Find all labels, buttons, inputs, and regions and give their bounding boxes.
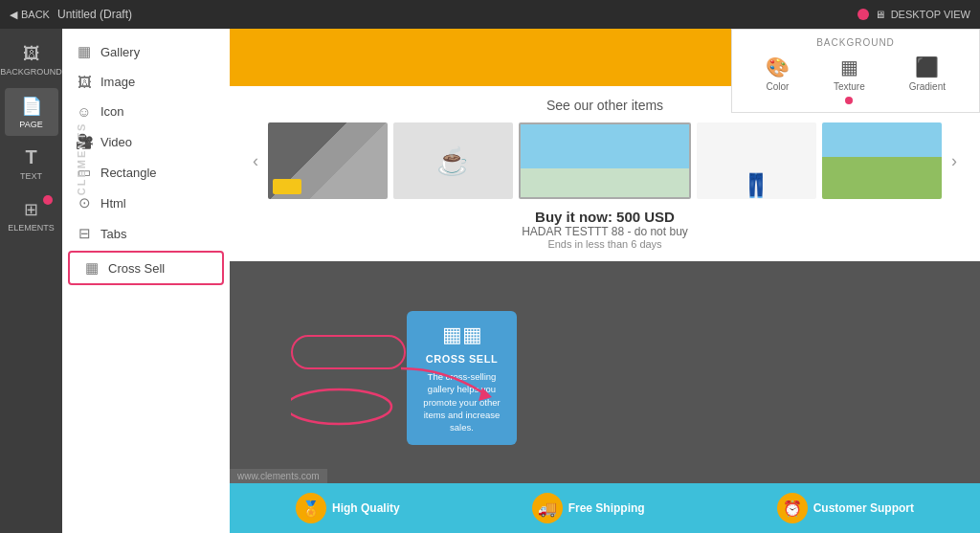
- quality-label: High Quality: [332, 501, 400, 515]
- support-label: Customer Support: [813, 501, 914, 515]
- shipping-icon: 🚚: [532, 493, 563, 523]
- popup-description: The cross-selling gallery helps you prom…: [416, 370, 507, 433]
- sidebar-item-text[interactable]: T TEXT: [5, 140, 58, 188]
- footer-bar: 🏅 High Quality 🚚 Free Shipping ⏰ Custome…: [230, 483, 980, 533]
- clements-watermark: CLEMENTS: [76, 122, 87, 196]
- html-icon: ⊙: [76, 194, 93, 211]
- element-cross-sell[interactable]: ▦ Cross Sell: [68, 251, 224, 285]
- background-icon: 🖼: [23, 44, 40, 64]
- element-video[interactable]: 🎥 Video: [62, 126, 230, 157]
- desktop-view-label: 🖥: [875, 9, 885, 20]
- main-layout: 🖼 BACKGROUND 📄 PAGE T TEXT ⊞ ELEMENTS ▦ …: [0, 29, 980, 533]
- icon-icon: ☺: [76, 103, 93, 120]
- back-label: BACK: [21, 9, 50, 20]
- shipping-label: Free Shipping: [568, 501, 645, 515]
- video-label: Video: [100, 135, 132, 149]
- tabs-icon: ⊟: [76, 225, 93, 242]
- cross-sell-icon: ▦: [83, 259, 100, 277]
- sidebar-item-elements[interactable]: ⊞ ELEMENTS: [5, 191, 58, 239]
- sidebar-item-page[interactable]: 📄 PAGE: [5, 88, 58, 136]
- background-panel: BACKGROUND 🎨 Color ▦ Texture ⬛ Gradient: [731, 29, 980, 113]
- image-icon: 🖼: [76, 74, 93, 90]
- color-label: Color: [767, 81, 790, 92]
- carousel-images: ☕ 👖: [268, 122, 942, 199]
- bg-option-gradient[interactable]: ⬛ Gradient: [909, 56, 946, 104]
- popup-title: CROSS SELL: [416, 353, 507, 365]
- product-thumb-2[interactable]: ☕: [393, 122, 513, 199]
- text-icon: T: [25, 146, 36, 168]
- product-thumb-1[interactable]: [268, 122, 388, 199]
- gallery-label: Gallery: [100, 45, 140, 59]
- support-icon: ⏰: [777, 493, 808, 523]
- desktop-indicator-dot: [858, 9, 869, 20]
- gallery-icon: ▦: [76, 43, 93, 60]
- bg-panel-title: BACKGROUND: [744, 37, 968, 48]
- footer-quality: 🏅 High Quality: [296, 493, 400, 523]
- sidebar-page-label: PAGE: [19, 120, 42, 129]
- element-rectangle[interactable]: ▭ Rectangle: [62, 157, 230, 188]
- bg-option-texture[interactable]: ▦ Texture: [834, 56, 865, 104]
- carousel-next-arrow[interactable]: ›: [947, 149, 961, 173]
- product-price: Buy it now: 500 USD: [249, 209, 961, 225]
- back-button[interactable]: ◀ BACK: [10, 9, 50, 21]
- main-area: BACKGROUND 🎨 Color ▦ Texture ⬛ Gradient: [230, 29, 980, 533]
- element-image[interactable]: 🖼 Image: [62, 67, 230, 97]
- element-gallery[interactable]: ▦ Gallery: [62, 36, 230, 67]
- footer-support: ⏰ Customer Support: [777, 493, 914, 523]
- sidebar-elements-label: ELEMENTS: [8, 223, 55, 233]
- color-icon: 🎨: [766, 56, 790, 78]
- desktop-view-text: DESKTOP VIEW: [891, 9, 970, 20]
- product-ends: Ends in less than 6 days: [249, 238, 961, 250]
- gradient-icon: ⬛: [915, 56, 939, 78]
- quality-icon: 🏅: [296, 493, 326, 523]
- image-label: Image: [100, 75, 135, 89]
- texture-icon: ▦: [840, 56, 858, 78]
- element-icon[interactable]: ☺ Icon: [62, 97, 230, 126]
- gradient-label: Gradient: [909, 81, 946, 92]
- elements-icon: ⊞: [24, 199, 38, 220]
- topbar-right: 🖥 DESKTOP VIEW: [858, 9, 970, 20]
- footer-shipping: 🚚 Free Shipping: [532, 493, 645, 523]
- bg-option-color[interactable]: 🎨 Color: [766, 56, 790, 104]
- product-thumb-5[interactable]: [822, 122, 942, 199]
- texture-active-dot: [845, 97, 853, 104]
- topbar-left: ◀ BACK Untitled (Draft): [10, 8, 132, 21]
- texture-label: Texture: [834, 81, 865, 92]
- sidebar-background-label: BACKGROUND: [0, 67, 62, 77]
- product-carousel: ‹ ☕ 👖 ›: [249, 122, 961, 199]
- page-icon: 📄: [21, 96, 42, 117]
- rectangle-label: Rectangle: [100, 166, 157, 180]
- back-arrow-icon: ◀: [10, 9, 17, 21]
- bottom-url-bar: www.clements.com: [230, 469, 327, 483]
- icon-label: Icon: [100, 104, 124, 119]
- elements-active-dot: [43, 195, 53, 205]
- element-tabs[interactable]: ⊟ Tabs: [62, 218, 230, 249]
- product-thumb-featured[interactable]: [519, 122, 690, 199]
- product-info: Buy it now: 500 USD HADAR TESTTT 88 - do…: [249, 209, 961, 250]
- carousel-prev-arrow[interactable]: ‹: [249, 149, 262, 173]
- html-label: Html: [100, 196, 126, 211]
- tabs-label: Tabs: [100, 227, 126, 241]
- top-bar: ◀ BACK Untitled (Draft) 🖥 DESKTOP VIEW: [0, 0, 980, 29]
- bg-options: 🎨 Color ▦ Texture ⬛ Gradient: [744, 56, 968, 104]
- sidebar-text-label: TEXT: [20, 171, 42, 181]
- elements-panel: ▦ Gallery 🖼 Image ☺ Icon 🎥 Video ▭ Recta…: [62, 29, 230, 533]
- product-thumb-4[interactable]: 👖: [697, 122, 816, 199]
- element-html[interactable]: ⊙ Html: [62, 188, 230, 218]
- cross-sell-popup: ▦▦ CROSS SELL The cross-selling gallery …: [407, 311, 517, 445]
- popup-icon: ▦▦: [416, 322, 507, 347]
- product-name: HADAR TESTTT 88 - do not buy: [249, 225, 961, 238]
- sidebar-item-background[interactable]: 🖼 BACKGROUND: [5, 36, 58, 84]
- cross-sell-label: Cross Sell: [108, 261, 165, 276]
- page-title: Untitled (Draft): [57, 8, 132, 21]
- sidebar: 🖼 BACKGROUND 📄 PAGE T TEXT ⊞ ELEMENTS: [0, 29, 62, 533]
